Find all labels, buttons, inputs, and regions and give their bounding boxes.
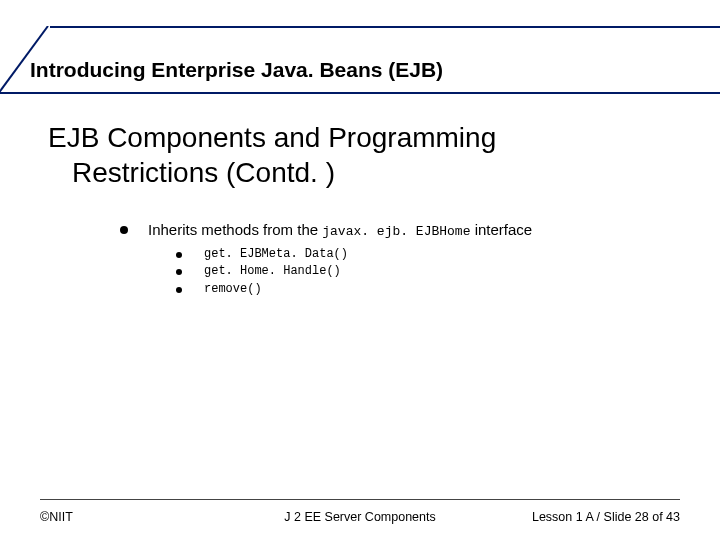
bullet-prefix: Inherits methods from the: [148, 221, 322, 238]
sub-bullet-code: get. Home. Handle(): [204, 264, 341, 280]
footer-right: Lesson 1 A / Slide 28 of 43: [532, 510, 680, 524]
sub-bullet-dot-icon: [176, 287, 182, 293]
sub-bullet-dot-icon: [176, 269, 182, 275]
footer-left: ©NIIT: [40, 510, 73, 524]
footer-divider: [40, 499, 680, 500]
sub-bullet-code: remove(): [204, 282, 262, 298]
footer: ©NIIT J 2 EE Server Components Lesson 1 …: [40, 510, 680, 524]
bullet-level1: Inherits methods from the javax. ejb. EJ…: [120, 220, 680, 300]
sub-bullet: get. Home. Handle(): [176, 264, 532, 280]
title-underline-bottom: [0, 92, 720, 94]
title-underline-top: [50, 26, 720, 28]
bullet-text: Inherits methods from the javax. ejb. EJ…: [148, 220, 532, 300]
bullet-code: javax. ejb. EJBHome: [322, 224, 470, 239]
content-heading: EJB Components and Programming Restricti…: [48, 120, 680, 190]
content-heading-line2: Restrictions (Contd. ): [48, 155, 680, 190]
sub-bullet-list: get. EJBMeta. Data() get. Home. Handle()…: [176, 247, 532, 298]
bullet-list: Inherits methods from the javax. ejb. EJ…: [120, 220, 680, 304]
slide: Introducing Enterprise Java. Beans (EJB)…: [0, 0, 720, 540]
sub-bullet: remove(): [176, 282, 532, 298]
bullet-dot-icon: [120, 226, 128, 234]
slide-title: Introducing Enterprise Java. Beans (EJB): [30, 58, 443, 82]
bullet-suffix: interface: [470, 221, 532, 238]
sub-bullet-code: get. EJBMeta. Data(): [204, 247, 348, 263]
title-band: Introducing Enterprise Java. Beans (EJB): [0, 26, 720, 94]
sub-bullet-dot-icon: [176, 252, 182, 258]
sub-bullet: get. EJBMeta. Data(): [176, 247, 532, 263]
content-heading-line1: EJB Components and Programming: [48, 122, 496, 153]
